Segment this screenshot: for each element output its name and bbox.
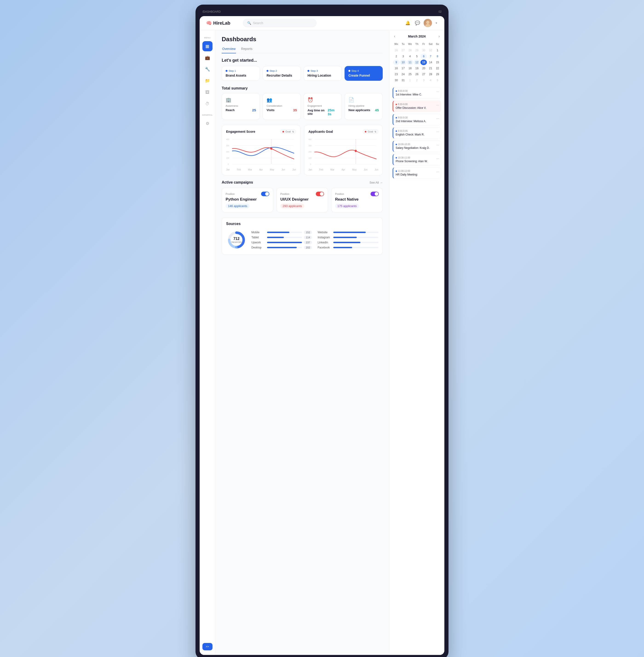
step-2-name: Recruiter Details — [267, 74, 297, 77]
cal-day[interactable]: 15 — [434, 60, 441, 65]
cal-header-we: We — [407, 42, 413, 46]
cal-day[interactable]: 1 — [434, 48, 441, 53]
notification-bell-icon[interactable]: 🔔 — [404, 20, 411, 26]
cal-day[interactable]: 25 — [407, 71, 413, 77]
uiux-pos-name: UI/UX Designer — [280, 197, 324, 202]
event-2-more-btn[interactable]: ··· — [436, 103, 439, 107]
cal-day[interactable]: 19 — [414, 66, 420, 71]
step-card-1: Step 1 Brand Assets — [222, 66, 260, 81]
message-icon[interactable]: 💬 — [414, 20, 421, 26]
cal-day[interactable]: 32 — [427, 48, 434, 53]
cal-day[interactable]: 2 — [393, 53, 399, 59]
cal-day[interactable]: 5 — [414, 53, 420, 59]
cal-day[interactable]: 8 — [434, 53, 441, 59]
source-row-mobile: Mobile 152 — [251, 231, 312, 234]
calendar-next-btn[interactable]: › — [437, 34, 441, 39]
cal-day[interactable]: 21 — [427, 66, 434, 71]
tab-reports[interactable]: Reports — [240, 46, 253, 53]
cal-day[interactable]: 30 — [393, 77, 399, 83]
python-pos-label: Position — [226, 191, 269, 196]
cal-day[interactable]: 7 — [427, 53, 434, 59]
cal-day[interactable]: 5 — [434, 77, 441, 83]
cal-day[interactable]: 22 — [434, 66, 441, 71]
python-toggle[interactable] — [261, 191, 269, 196]
cal-day[interactable]: 26 — [393, 48, 399, 53]
sidebar-item-settings[interactable]: ⚙ — [202, 118, 212, 129]
cal-day[interactable]: 1 — [407, 77, 413, 83]
cal-day[interactable]: 4 — [407, 53, 413, 59]
cal-day[interactable]: 6 — [420, 53, 427, 59]
cal-day[interactable]: 9 — [393, 60, 399, 65]
cal-day[interactable]: 14 — [427, 60, 434, 65]
cal-day[interactable]: 12 — [414, 60, 420, 65]
sidebar-item-dashboard[interactable]: ▦ — [202, 41, 212, 51]
sidebar-item-file[interactable]: 📁 — [202, 76, 212, 86]
sidebar-item-image[interactable]: 🖼 — [202, 87, 212, 97]
calendar-prev-btn[interactable]: ‹ — [393, 34, 396, 39]
cal-day[interactable]: 29 — [414, 48, 420, 53]
cal-day[interactable]: 28 — [407, 48, 413, 53]
cal-day[interactable]: 29 — [434, 71, 441, 77]
cal-day[interactable]: 3 — [420, 77, 427, 83]
cal-day[interactable]: 23 — [393, 71, 399, 77]
step-2-indicator: Step 2 — [267, 69, 297, 72]
cal-day[interactable]: 27 — [420, 71, 427, 77]
sidebar-expand-btn[interactable]: >> — [202, 643, 212, 650]
event-5-title: Salary Negotiation: Kraig D. — [396, 146, 439, 150]
event-3-more-btn[interactable]: ··· — [436, 116, 439, 120]
device-bar: /DASHBOARD 02 — [200, 9, 444, 16]
engagement-chart-x-labels: JanFebMarAprMayJunJun — [226, 168, 296, 171]
sources-bars: Mobile 152 Website — [251, 231, 378, 249]
tab-overview[interactable]: Overview — [222, 46, 236, 53]
cal-day[interactable]: 24 — [400, 71, 407, 77]
step-4-num: Step 4 — [351, 69, 359, 72]
summary-title: Total summary — [222, 86, 383, 90]
uiux-toggle[interactable] — [316, 191, 324, 196]
event-item-5: 10:00-10:20 Salary Negotiation: Kraig D.… — [393, 140, 441, 152]
react-toggle[interactable] — [370, 191, 379, 196]
event-5-more-btn[interactable]: ··· — [436, 143, 439, 147]
events-list: 8:00-8:30 1st Interview: Mike C. ··· 8:3… — [393, 87, 441, 179]
device-inner: 🧠 HireLab 🔍 Search 🔔 💬 ▾ MENU — [200, 16, 444, 655]
cal-day[interactable]: 16 — [393, 66, 399, 71]
sidebar-item-briefcase[interactable]: 💼 — [202, 53, 212, 63]
step-3-num: Step 3 — [310, 69, 318, 72]
avatar[interactable] — [424, 19, 432, 27]
cal-day[interactable]: 10 — [400, 60, 407, 65]
donut-label: Vacancies — [231, 241, 242, 243]
summary-card-hiring: 📄 Hiring pipeline New applicants 45 — [345, 93, 383, 120]
sources-section: Sources 712 Vacancies — [222, 218, 383, 255]
step-1-dot — [226, 70, 228, 72]
event-6-more-btn[interactable]: ··· — [436, 156, 439, 160]
cal-day[interactable]: 28 — [427, 71, 434, 77]
cal-day[interactable]: 20 — [420, 66, 427, 71]
source-count-upwork: 237 — [304, 241, 312, 244]
cal-day[interactable]: 4 — [427, 77, 434, 83]
engagement-icon: ⏰ — [307, 97, 338, 103]
cal-day[interactable]: 30 — [420, 48, 427, 53]
calendar-nav: ‹ March 2024 › — [393, 34, 441, 39]
source-row-linkedin: LinkedIn — [318, 241, 378, 244]
sidebar-item-clock[interactable]: ⏱ — [202, 99, 212, 109]
sidebar-item-tools[interactable]: 🔧 — [202, 64, 212, 74]
cal-day[interactable]: 3 — [400, 53, 407, 59]
event-4-dot — [396, 131, 397, 132]
search-bar[interactable]: 🔍 Search — [243, 19, 317, 27]
step-card-4[interactable]: Step 4 Create Funnel — [345, 66, 383, 81]
cal-day[interactable]: 2 — [414, 77, 420, 83]
cal-day[interactable]: 26 — [414, 71, 420, 77]
awareness-row: Reach 25 — [226, 108, 256, 112]
step-card-3: Step 3 Hiring Location — [304, 66, 342, 81]
event-7-more-btn[interactable]: ··· — [436, 170, 439, 174]
svg-text:200: 200 — [226, 151, 229, 153]
see-all-btn[interactable]: See All → — [370, 181, 383, 184]
chevron-down-icon[interactable]: ▾ — [435, 21, 438, 25]
cal-day[interactable]: 31 — [400, 77, 407, 83]
cal-day[interactable]: 27 — [400, 48, 407, 53]
event-4-more-btn[interactable]: ··· — [436, 130, 439, 133]
cal-day[interactable]: 17 — [400, 66, 407, 71]
event-1-more-btn[interactable]: ··· — [436, 90, 439, 93]
cal-day[interactable]: 18 — [407, 66, 413, 71]
cal-day[interactable]: 11 — [407, 60, 413, 65]
cal-day-today[interactable]: 13 — [420, 60, 427, 65]
